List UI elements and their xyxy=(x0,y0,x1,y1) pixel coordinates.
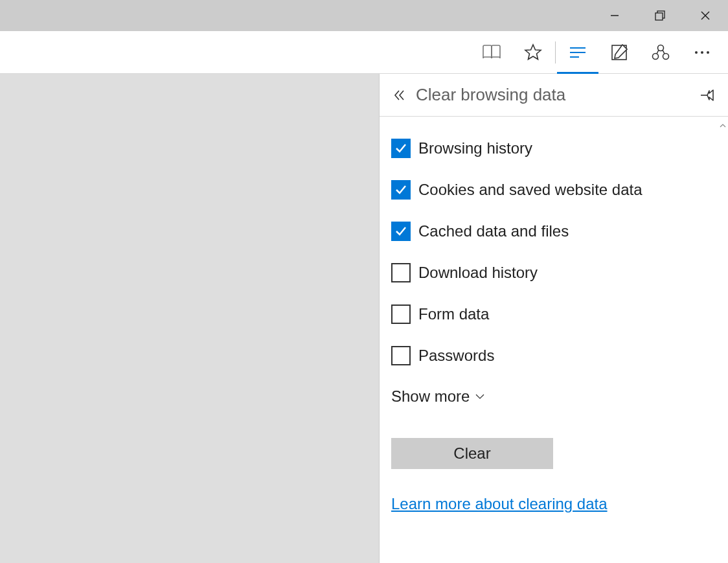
hub-button[interactable] xyxy=(557,31,598,74)
reading-view-button[interactable] xyxy=(471,31,512,74)
checkbox-row[interactable]: Cookies and saved website data xyxy=(391,180,716,200)
checkbox[interactable] xyxy=(391,139,411,158)
svg-line-12 xyxy=(657,50,659,54)
close-icon xyxy=(701,11,710,20)
svg-line-13 xyxy=(663,50,665,54)
checkbox[interactable] xyxy=(391,263,411,282)
hub-icon xyxy=(569,46,586,59)
star-icon xyxy=(524,43,542,62)
minimize-button[interactable] xyxy=(592,0,637,31)
checkbox-label: Browsing history xyxy=(418,139,532,157)
more-button[interactable] xyxy=(681,31,723,74)
settings-panel: Clear browsing data Browsing historyCook… xyxy=(379,74,728,563)
show-more-label: Show more xyxy=(391,387,470,406)
pin-button[interactable] xyxy=(698,86,718,105)
checkbox-row[interactable]: Browsing history xyxy=(391,139,716,158)
share-icon xyxy=(652,43,670,62)
checkbox[interactable] xyxy=(391,180,411,200)
note-icon xyxy=(611,44,628,61)
close-button[interactable] xyxy=(683,0,728,31)
check-icon xyxy=(394,142,407,155)
clear-button[interactable]: Clear xyxy=(391,438,553,469)
panel-header: Clear browsing data xyxy=(380,74,728,117)
pin-icon xyxy=(700,89,716,101)
svg-point-10 xyxy=(653,53,659,59)
svg-point-11 xyxy=(663,53,669,59)
checkbox-label: Passwords xyxy=(418,347,494,365)
panel-body: Browsing historyCookies and saved websit… xyxy=(380,117,728,563)
scroll-up-button[interactable] xyxy=(720,120,726,126)
checkbox-label: Cookies and saved website data xyxy=(418,181,643,199)
panel-title: Clear browsing data xyxy=(416,85,698,105)
window-titlebar xyxy=(0,0,728,31)
chevron-down-icon xyxy=(475,393,485,400)
checkbox[interactable] xyxy=(391,222,411,241)
chevron-up-icon xyxy=(720,122,726,129)
browser-toolbar xyxy=(0,31,728,74)
checkbox-row[interactable]: Cached data and files xyxy=(391,222,716,241)
minimize-icon xyxy=(610,11,619,20)
check-icon xyxy=(394,183,407,196)
svg-rect-2 xyxy=(655,13,663,20)
show-more-link[interactable]: Show more xyxy=(391,387,716,406)
checkbox[interactable] xyxy=(391,346,411,365)
checkbox-row[interactable]: Form data xyxy=(391,304,716,324)
web-note-button[interactable] xyxy=(598,31,640,74)
checkbox-row[interactable]: Passwords xyxy=(391,346,716,365)
chevron-left-icon xyxy=(394,89,405,101)
favorites-button[interactable] xyxy=(512,31,554,74)
maximize-icon xyxy=(655,10,665,21)
back-button[interactable] xyxy=(390,86,409,105)
content-area: Clear browsing data Browsing historyCook… xyxy=(0,74,728,563)
svg-point-16 xyxy=(707,51,709,54)
share-button[interactable] xyxy=(640,31,681,74)
toolbar-divider xyxy=(555,41,556,63)
maximize-button[interactable] xyxy=(637,0,683,31)
book-icon xyxy=(482,44,501,61)
svg-point-15 xyxy=(701,51,703,54)
checkbox-label: Cached data and files xyxy=(418,222,569,240)
more-icon xyxy=(694,51,710,54)
learn-more-link[interactable]: Learn more about clearing data xyxy=(391,495,608,513)
checkbox-label: Form data xyxy=(418,305,489,323)
checkbox-label: Download history xyxy=(418,264,538,282)
svg-point-14 xyxy=(695,51,698,54)
checkbox[interactable] xyxy=(391,304,411,324)
checkbox-row[interactable]: Download history xyxy=(391,263,716,282)
check-icon xyxy=(394,225,407,238)
